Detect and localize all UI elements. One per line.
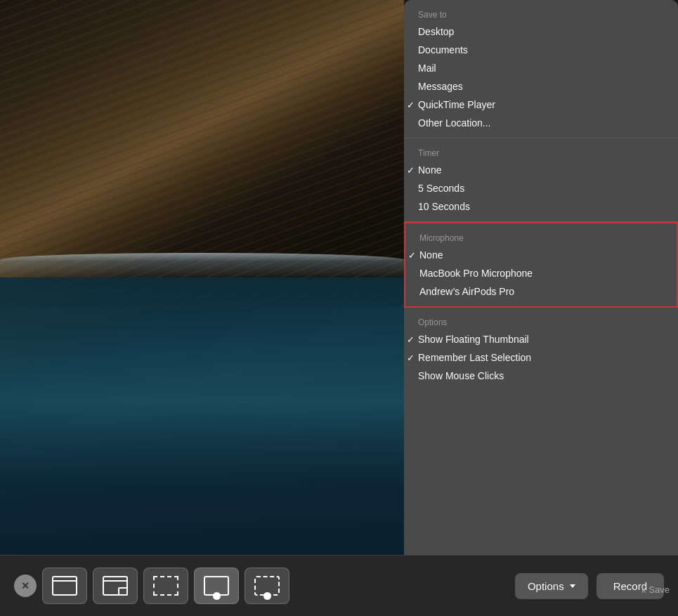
record-region-icon xyxy=(254,576,280,596)
capture-selected-window-button[interactable] xyxy=(93,568,138,604)
option-remember-selection-label: Remember Last Selection xyxy=(418,352,531,363)
mic-airpods[interactable]: Andrew’s AirPods Pro xyxy=(405,282,677,301)
toolbar: ✕ xyxy=(0,555,678,616)
save-to-quicktime-label: QuickTime Player xyxy=(418,99,495,110)
record-region-button[interactable] xyxy=(245,568,289,604)
remember-check: ✓ xyxy=(407,353,415,363)
options-header: Options xyxy=(404,313,678,330)
microphone-section: Microphone ✓ None MacBook Pro Microphone… xyxy=(404,222,678,308)
timer-10sec[interactable]: 10 Seconds xyxy=(404,197,678,216)
selected-window-icon xyxy=(103,576,128,596)
option-remember-selection[interactable]: ✓ Remember Last Selection xyxy=(404,348,678,367)
dropdown-menu: Save to Desktop Documents Mail Messages … xyxy=(404,0,678,555)
timer-none[interactable]: ✓ None xyxy=(404,161,678,179)
timer-5sec-label: 5 Seconds xyxy=(418,183,464,194)
background-photo xyxy=(0,0,404,555)
options-chevron-icon xyxy=(570,584,575,588)
save-to-mail[interactable]: Mail xyxy=(404,59,678,77)
quicktime-check: ✓ xyxy=(407,100,415,110)
timer-5sec[interactable]: 5 Seconds xyxy=(404,179,678,197)
save-to-mail-label: Mail xyxy=(418,63,436,74)
record-full-screen-icon xyxy=(204,576,229,596)
save-to-messages-label: Messages xyxy=(418,81,463,92)
save-to-section: Save to Desktop Documents Mail Messages … xyxy=(404,0,678,138)
save-to-messages[interactable]: Messages xyxy=(404,77,678,96)
save-to-desktop[interactable]: Desktop xyxy=(404,22,678,41)
mic-macbook-label: MacBook Pro Microphone xyxy=(419,268,533,279)
mic-none-label: None xyxy=(419,249,443,261)
toolbar-left: ✕ xyxy=(14,568,509,604)
save-to-documents[interactable]: Documents xyxy=(404,41,678,59)
option-show-mouse-label: Show Mouse Clicks xyxy=(418,370,504,381)
save-to-documents-label: Documents xyxy=(418,44,468,55)
save-hint: k Save xyxy=(641,584,670,595)
timer-none-check: ✓ xyxy=(407,165,415,176)
option-show-thumbnail[interactable]: ✓ Show Floating Thumbnail xyxy=(404,330,678,348)
microphone-header: Microphone xyxy=(405,229,677,246)
mic-none[interactable]: ✓ None xyxy=(405,246,677,264)
option-show-mouse[interactable]: Show Mouse Clicks xyxy=(404,367,678,385)
options-section: Options ✓ Show Floating Thumbnail ✓ Reme… xyxy=(404,308,678,391)
option-show-thumbnail-label: Show Floating Thumbnail xyxy=(418,334,529,345)
region-icon xyxy=(153,576,178,596)
mic-airpods-label: Andrew’s AirPods Pro xyxy=(419,286,514,297)
save-hint-text: k Save xyxy=(641,584,670,595)
capture-region-button[interactable] xyxy=(143,568,188,604)
save-to-other[interactable]: Other Location... xyxy=(404,114,678,132)
timer-section: Timer ✓ None 5 Seconds 10 Seconds xyxy=(404,138,678,222)
mic-none-check: ✓ xyxy=(408,250,416,261)
timer-header: Timer xyxy=(404,144,678,161)
record-full-screen-button[interactable] xyxy=(194,568,239,604)
options-button[interactable]: Options xyxy=(515,573,588,599)
save-to-desktop-label: Desktop xyxy=(418,26,454,37)
wave-highlight xyxy=(0,253,404,281)
thumbnail-check: ✓ xyxy=(407,334,415,345)
close-button[interactable]: ✕ xyxy=(14,575,37,597)
capture-full-screen-button[interactable] xyxy=(42,568,87,604)
close-icon: ✕ xyxy=(21,580,30,591)
timer-10sec-label: 10 Seconds xyxy=(418,201,470,212)
save-to-header: Save to xyxy=(404,6,678,22)
full-screen-icon xyxy=(52,576,77,596)
mic-macbook[interactable]: MacBook Pro Microphone xyxy=(405,264,677,282)
options-label: Options xyxy=(528,580,564,592)
save-to-quicktime[interactable]: ✓ QuickTime Player xyxy=(404,96,678,114)
save-to-other-label: Other Location... xyxy=(418,117,491,129)
timer-none-label: None xyxy=(418,164,441,176)
